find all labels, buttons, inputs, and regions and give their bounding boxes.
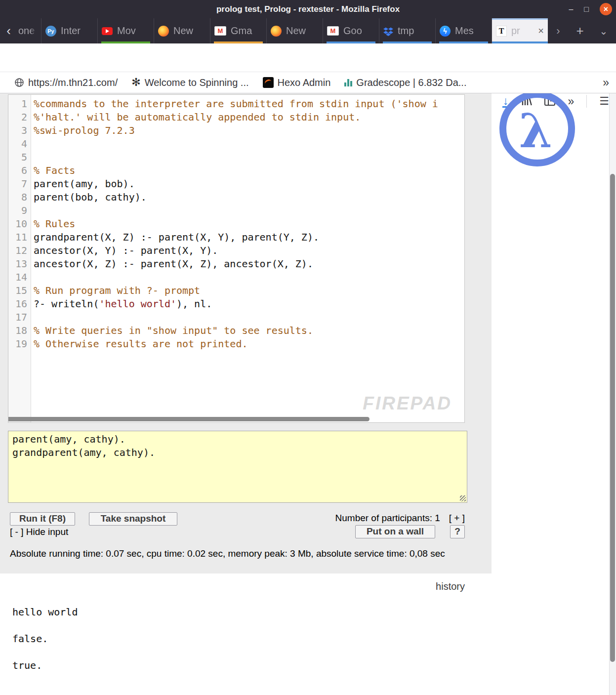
line-number: 13 <box>8 257 27 271</box>
hide-input-link[interactable]: [ - ] Hide input <box>10 527 68 537</box>
line-number: 14 <box>8 271 27 284</box>
line-number: 12 <box>8 244 27 257</box>
line-number: 7 <box>8 177 27 191</box>
globe-icon <box>14 78 24 87</box>
code-line: %swi-prolog 7.2.3 <box>34 124 464 137</box>
gradescope-icon <box>344 79 352 86</box>
code-line: % Rules <box>34 217 464 231</box>
take-snapshot-button[interactable]: Take snapshot <box>89 512 177 526</box>
python-icon: Py <box>45 26 56 37</box>
code-line: % Facts <box>34 164 464 177</box>
messenger-icon: ϟ <box>440 26 451 37</box>
hexo-icon <box>263 77 274 88</box>
editor-horizontal-scrollbar[interactable] <box>8 417 370 421</box>
code-line <box>34 151 464 164</box>
tab-close-icon[interactable]: × <box>538 25 544 37</box>
textarea-resize-grip[interactable] <box>460 495 466 501</box>
code-line: parent(bob, cathy). <box>34 191 464 204</box>
youtube-icon <box>102 27 113 35</box>
firepad-watermark: FIREPAD <box>361 393 452 414</box>
bookmark-item[interactable]: Gradescope | 6.832 Da... <box>340 75 471 90</box>
tab-mov[interactable]: Mov <box>97 18 154 43</box>
tab-label: Gma <box>231 25 262 37</box>
code-line <box>34 311 464 324</box>
openai-icon: ✻ <box>131 77 140 88</box>
tab-goo[interactable]: MGoo <box>323 18 379 43</box>
tab-label: Mes <box>455 25 488 37</box>
stdin-input[interactable] <box>8 431 467 503</box>
t-favicon: T <box>496 26 507 37</box>
lambda-glyph: λ <box>498 93 574 166</box>
firefox-icon <box>158 26 169 37</box>
line-number: 18 <box>8 324 27 337</box>
window-titlebar: prolog test, Prolog - rextester - Mozill… <box>0 0 616 18</box>
tab-one[interactable]: one <box>17 18 41 43</box>
bookmark-item[interactable]: ✻Welcome to Spinning ... <box>127 75 253 90</box>
help-button[interactable]: ? <box>450 525 465 538</box>
maximize-button[interactable]: □ <box>584 5 589 13</box>
code-line: ancestor(X, Y) :- parent(X, Y). <box>34 244 464 257</box>
output-line: false. <box>12 633 48 645</box>
firefox-icon <box>271 26 282 37</box>
bookmark-label: https://m.thn21.com/ <box>28 77 118 88</box>
tab-pr[interactable]: Tpr× <box>492 18 548 43</box>
tab-tmp[interactable]: tmp <box>379 18 435 43</box>
code-line: %commands to the interpreter are submitt… <box>34 97 464 111</box>
code-line: % Write queries in "show input" to see r… <box>34 324 464 337</box>
minimize-button[interactable]: – <box>569 5 573 13</box>
bookmark-item[interactable]: https://m.thn21.com/ <box>10 75 122 90</box>
editor-line-numbers: 12345678910111213141516171819 <box>8 95 31 422</box>
firefox-window: prolog test, Prolog - rextester - Mozill… <box>0 0 616 695</box>
line-number: 17 <box>8 311 27 324</box>
tab-mes[interactable]: ϟMes <box>435 18 492 43</box>
tab-new[interactable]: New <box>154 18 210 43</box>
tab-bar: ‹ onePyInterMovNewMGmaNewMGootmpϟMesTpr×… <box>0 18 616 43</box>
tab-scroll-right-button[interactable]: › <box>548 18 569 43</box>
tab-gma[interactable]: MGma <box>210 18 266 43</box>
bookmarks-overflow-button[interactable]: » <box>603 72 609 93</box>
list-all-tabs-button[interactable]: ⌄ <box>591 18 616 43</box>
bookmark-item[interactable]: Hexo Admin <box>258 75 335 90</box>
editor-code[interactable]: %commands to the interpreter are submitt… <box>31 95 464 422</box>
line-number: 3 <box>8 124 27 137</box>
line-number: 19 <box>8 337 27 351</box>
code-line: grandparent(X, Z) :- parent(X, Y), paren… <box>34 231 464 244</box>
browser-scrollbar-thumb[interactable] <box>610 174 615 662</box>
code-line: parent(amy, bob). <box>34 177 464 191</box>
gmail-icon: M <box>214 26 226 36</box>
add-participant-button[interactable]: [ + ] <box>449 513 465 523</box>
menu-button[interactable]: ☰ <box>599 95 609 108</box>
run-button[interactable]: Run it (F8) <box>10 512 75 526</box>
active-tab-indicator <box>492 18 548 20</box>
close-button[interactable]: × <box>600 3 612 15</box>
bookmark-items: https://m.thn21.com/✻Welcome to Spinning… <box>10 75 471 90</box>
put-on-wall-button[interactable]: Put on a wall <box>355 525 435 538</box>
new-tab-button[interactable]: + <box>569 18 591 43</box>
code-line: ?- writeln('hello world'), nl. <box>34 297 464 311</box>
tab-label: Goo <box>343 25 375 37</box>
line-number: 9 <box>8 204 27 217</box>
line-number: 11 <box>8 231 27 244</box>
toolbar-separator <box>586 95 587 108</box>
output-line: true. <box>12 659 42 671</box>
line-number: 4 <box>8 137 27 151</box>
bookmarks-toolbar: https://m.thn21.com/✻Welcome to Spinning… <box>0 72 616 93</box>
tab-scroll-left-button[interactable]: ‹ <box>0 18 17 43</box>
code-line: ancestor(X, Z) :- parent(X, Z), ancestor… <box>34 257 464 271</box>
code-line: %'halt.' will be automatically appended … <box>34 111 464 124</box>
output-line: hello world <box>12 606 78 618</box>
line-number: 10 <box>8 217 27 231</box>
line-number: 2 <box>8 111 27 124</box>
code-line: % Run program with ?- prompt <box>34 284 464 297</box>
history-link[interactable]: history <box>414 581 465 592</box>
tab-label: New <box>173 25 206 37</box>
participants-count: Number of participants: 1 <box>335 513 440 523</box>
tab-new[interactable]: New <box>266 18 323 43</box>
tab-inter[interactable]: PyInter <box>41 18 97 43</box>
line-number: 16 <box>8 297 27 311</box>
code-line: % Otherwise results are not printed. <box>34 337 464 351</box>
line-number: 8 <box>8 191 27 204</box>
navigation-toolbar: ← → ↻ ⌂ ⓘ https://rextester. Work 90% ••… <box>0 43 616 72</box>
tab-label: New <box>286 25 319 37</box>
code-editor[interactable]: 12345678910111213141516171819 %commands … <box>8 94 465 423</box>
